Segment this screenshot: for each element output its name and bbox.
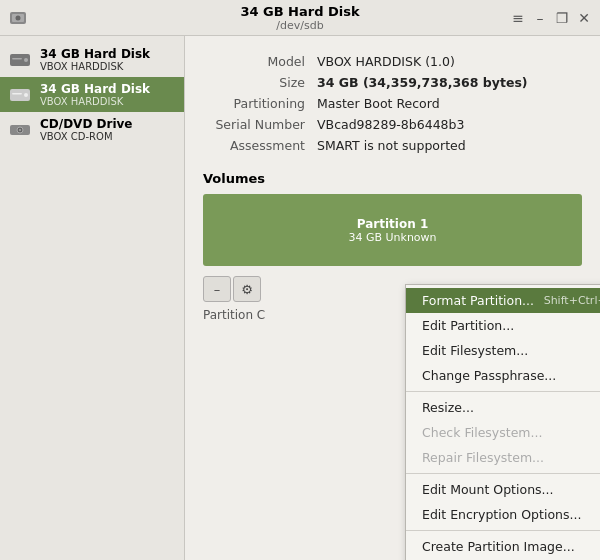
menu-item-edit-fs[interactable]: Edit Filesystem... [406,338,600,363]
menu-item-label-edit-mount: Edit Mount Options... [422,482,553,497]
svg-point-4 [24,58,28,62]
sidebar: 34 GB Hard Disk VBOX HARDDISK 34 GB Hard… [0,36,185,560]
hd2-sub: VBOX HARDDISK [40,96,150,107]
partition-label: Partition 1 34 GB Unknown [348,217,436,244]
size-label: Size [205,73,315,92]
menu-item-change-pass[interactable]: Change Passphrase... [406,363,600,388]
hd2-text: 34 GB Hard Disk VBOX HARDDISK [40,82,150,107]
serial-value: VBcad98289-8b6448b3 [317,115,580,134]
menu-button[interactable]: ≡ [510,10,526,26]
menu-item-shortcut-format: Shift+Ctrl+F [544,294,600,307]
size-value: 34 GB (34,359,738,368 bytes) [317,73,580,92]
menu-item-label-edit-partition: Edit Partition... [422,318,514,333]
menu-item-label-repair-fs: Repair Filesystem... [422,450,544,465]
menu-item-label-change-pass: Change Passphrase... [422,368,556,383]
separator-sep1 [406,391,600,392]
menu-item-edit-partition[interactable]: Edit Partition... [406,313,600,338]
hd1-sub: VBOX HARDDISK [40,61,150,72]
model-value: VBOX HARDDISK (1.0) [317,52,580,71]
hd1-text: 34 GB Hard Disk VBOX HARDDISK [40,47,150,72]
titlebar-title: 34 GB Hard Disk [240,4,359,19]
titlebar-center: 34 GB Hard Disk /dev/sdb [240,4,359,32]
hd2-title: 34 GB Hard Disk [40,82,150,96]
cd1-icon [8,118,32,142]
svg-rect-8 [12,93,22,95]
partitioning-label: Partitioning [205,94,315,113]
remove-partition-button[interactable]: – [203,276,231,302]
context-menu: Format Partition...Shift+Ctrl+FEdit Part… [405,284,600,560]
svg-rect-5 [12,58,22,60]
assessment-value: SMART is not supported [317,136,580,155]
menu-item-label-check-fs: Check Filesystem... [422,425,542,440]
sidebar-item-hd1[interactable]: 34 GB Hard Disk VBOX HARDDISK [0,42,184,77]
cd1-text: CD/DVD Drive VBOX CD-ROM [40,117,133,142]
serial-label: Serial Number [205,115,315,134]
hd2-icon [8,83,32,107]
cd1-sub: VBOX CD-ROM [40,131,133,142]
hd1-title: 34 GB Hard Disk [40,47,150,61]
separator-sep3 [406,530,600,531]
menu-item-label-edit-enc: Edit Encryption Options... [422,507,581,522]
app-icon [8,8,28,28]
sidebar-item-hd2[interactable]: 34 GB Hard Disk VBOX HARDDISK [0,77,184,112]
hd1-icon [8,48,32,72]
sidebar-item-cd1[interactable]: CD/DVD Drive VBOX CD-ROM [0,112,184,147]
restore-button[interactable]: ❐ [554,10,570,26]
menu-item-label-format: Format Partition... [422,293,534,308]
main-layout: 34 GB Hard Disk VBOX HARDDISK 34 GB Hard… [0,36,600,560]
menu-item-edit-enc[interactable]: Edit Encryption Options... [406,502,600,527]
menu-item-repair-fs: Repair Filesystem... [406,445,600,470]
titlebar-controls: ≡ – ❐ ✕ [510,10,592,26]
menu-item-label-resize: Resize... [422,400,474,415]
model-label: Model [205,52,315,71]
partition-size: 34 GB Unknown [348,231,436,244]
minimize-button[interactable]: – [532,10,548,26]
menu-item-label-create-image: Create Partition Image... [422,539,575,554]
menu-item-check-fs: Check Filesystem... [406,420,600,445]
menu-item-label-edit-fs: Edit Filesystem... [422,343,528,358]
menu-item-create-image[interactable]: Create Partition Image... [406,534,600,559]
volumes-title: Volumes [203,171,582,186]
partitioning-value: Master Boot Record [317,94,580,113]
partition-name: Partition 1 [348,217,436,231]
assessment-label: Assessment [205,136,315,155]
svg-point-11 [19,129,21,131]
titlebar: 34 GB Hard Disk /dev/sdb ≡ – ❐ ✕ [0,0,600,36]
info-table: Model VBOX HARDDISK (1.0) Size 34 GB (34… [203,50,582,157]
content-area: Model VBOX HARDDISK (1.0) Size 34 GB (34… [185,36,600,560]
separator-sep2 [406,473,600,474]
titlebar-subtitle: /dev/sdb [240,19,359,32]
menu-item-resize[interactable]: Resize... [406,395,600,420]
menu-item-format[interactable]: Format Partition...Shift+Ctrl+F [406,288,600,313]
partition-visual: Partition 1 34 GB Unknown [203,194,582,266]
menu-item-edit-mount[interactable]: Edit Mount Options... [406,477,600,502]
cd1-title: CD/DVD Drive [40,117,133,131]
partition-options-button[interactable]: ⚙ [233,276,261,302]
partition-info-value: C [257,308,265,322]
svg-point-7 [24,93,28,97]
close-button[interactable]: ✕ [576,10,592,26]
svg-point-2 [16,15,21,20]
partition-info-label: Partition [203,308,253,322]
